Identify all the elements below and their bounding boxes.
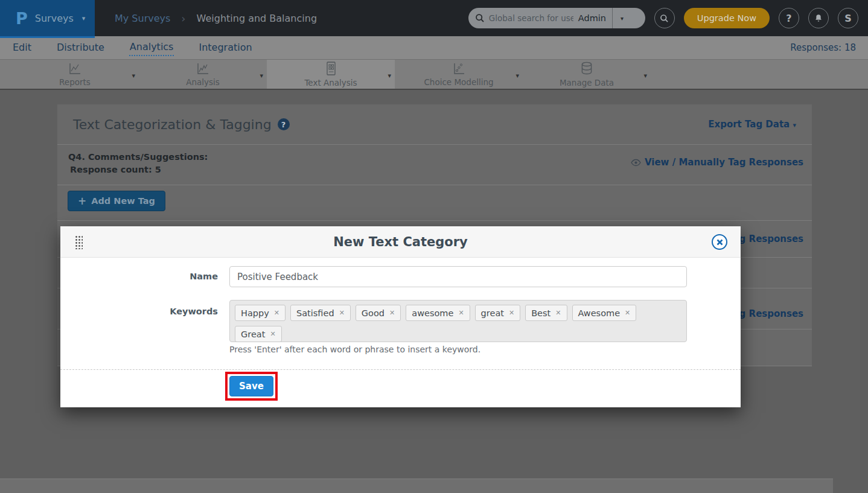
tab-distribute[interactable]: Distribute: [56, 40, 105, 56]
eye-icon: [631, 159, 641, 167]
remove-keyword-icon[interactable]: ✕: [555, 309, 561, 317]
toolbar-item-analysis[interactable]: Analysis ▾: [139, 60, 267, 89]
keyword-chip: Awesome✕: [572, 305, 637, 321]
annotation-highlight: Save: [225, 372, 278, 401]
keyword-label: great: [481, 308, 504, 318]
breadcrumb-current: Weighting and Balancing: [197, 13, 317, 24]
save-button[interactable]: Save: [229, 376, 273, 396]
keyword-label: Happy: [241, 308, 269, 318]
upgrade-now-button[interactable]: Upgrade Now: [684, 8, 770, 28]
toolbar-item-reports[interactable]: Reports ▾: [11, 60, 139, 89]
toolbar-item-choice-modelling[interactable]: Choice Modelling ▾: [395, 60, 523, 89]
add-new-tag-button[interactable]: + Add New Tag: [68, 191, 165, 211]
drag-handle-icon[interactable]: [75, 235, 83, 249]
help-icon[interactable]: ?: [278, 118, 290, 130]
close-button[interactable]: [712, 234, 727, 250]
view-manually-tag-label: View / Manually Tag Responses: [645, 157, 803, 168]
name-row: Name: [60, 266, 687, 287]
keywords-helper-text: Press 'Enter' after each word or phrase …: [229, 345, 480, 354]
scatter-chart-icon: [451, 62, 467, 76]
tab-integration[interactable]: Integration: [198, 40, 252, 56]
keyword-chip: Satisfied✕: [290, 305, 351, 321]
plus-icon: +: [78, 195, 86, 207]
keyword-label: Awesome: [578, 308, 621, 318]
global-search-input[interactable]: [489, 13, 573, 23]
search-scope-caret-icon[interactable]: ▾: [613, 15, 631, 22]
notifications-button[interactable]: [808, 8, 829, 28]
close-icon: [716, 239, 723, 246]
chevron-down-icon: ▾: [793, 121, 796, 129]
search-scope-label[interactable]: Admin: [578, 13, 606, 23]
toolbar-item-text-analysis[interactable]: Text Analysis ▾: [267, 60, 395, 89]
toolbar-item-manage-data[interactable]: Manage Data ▾: [523, 60, 651, 89]
keyword-label: awesome: [412, 308, 453, 318]
chevron-down-icon[interactable]: ▾: [132, 72, 135, 80]
keyword-chip: great✕: [475, 305, 521, 321]
analytics-toolbar: Reports ▾ Analysis ▾ Text Analysis ▾ Cho…: [0, 59, 868, 90]
footer-corner: [833, 479, 868, 493]
view-manually-tag-link[interactable]: View / Manually Tag Responses: [631, 157, 803, 168]
chevron-down-icon[interactable]: ▾: [515, 72, 519, 80]
question-icon: ?: [786, 13, 791, 24]
survey-nav: Edit Distribute Analytics Integration Re…: [0, 36, 868, 59]
keywords-input[interactable]: Happy✕ Satisfied✕ Good✕ awesome✕ great✕ …: [229, 300, 687, 342]
keyword-chip: Good✕: [356, 305, 401, 321]
chevron-down-icon: ▾: [82, 14, 86, 22]
chevron-down-icon[interactable]: ▾: [643, 72, 647, 80]
avatar[interactable]: S: [838, 8, 858, 28]
modal-title: New Text Category: [333, 235, 468, 249]
line-chart-icon: [195, 62, 211, 76]
toolbar-item-label: Reports: [59, 77, 91, 87]
category-name-input[interactable]: [229, 266, 687, 287]
keyword-label: Good: [362, 308, 385, 318]
remove-keyword-icon[interactable]: ✕: [274, 309, 279, 317]
remove-keyword-icon[interactable]: ✕: [389, 309, 395, 317]
search-button[interactable]: [654, 8, 675, 28]
surveys-menu-label: Surveys: [35, 13, 74, 24]
remove-keyword-icon[interactable]: ✕: [509, 309, 514, 317]
keywords-row: Keywords Happy✕ Satisfied✕ Good✕ awesome…: [60, 300, 687, 342]
add-tag-row: + Add New Tag: [57, 185, 812, 221]
toolbar-item-label: Analysis: [186, 77, 220, 87]
export-tag-data-button[interactable]: Export Tag Data ▾: [708, 119, 796, 130]
export-tag-data-label: Export Tag Data: [708, 119, 790, 130]
keyword-chip: Best✕: [525, 305, 567, 321]
keyword-label: Great: [241, 329, 265, 339]
chevron-down-icon[interactable]: ▾: [260, 72, 263, 80]
surveys-menu[interactable]: P Surveys ▾: [0, 0, 95, 36]
topbar-actions: Admin ▾ Upgrade Now ? S: [468, 8, 868, 28]
line-chart-icon: [67, 62, 83, 76]
database-icon: [579, 61, 595, 77]
page-title: Text Categorization & Tagging: [73, 117, 272, 132]
document-grid-icon: [324, 61, 338, 77]
keyword-chip: Great✕: [235, 326, 282, 342]
remove-keyword-icon[interactable]: ✕: [458, 309, 464, 317]
breadcrumb-separator-icon: ›: [181, 12, 185, 25]
keyword-label: Best: [531, 308, 550, 318]
new-text-category-modal: New Text Category Name Keywords Happy✕ S…: [60, 226, 741, 407]
search-icon: [475, 13, 485, 23]
breadcrumb-my-surveys[interactable]: My Surveys: [115, 13, 170, 24]
modal-divider: [60, 369, 741, 370]
add-new-tag-label: Add New Tag: [91, 196, 155, 206]
chevron-down-icon[interactable]: ▾: [388, 72, 391, 80]
card-header: Text Categorization & Tagging ? Export T…: [57, 104, 812, 145]
help-button[interactable]: ?: [779, 8, 799, 28]
responses-count: Responses: 18: [790, 42, 856, 53]
keyword-chip: Happy✕: [235, 305, 286, 321]
tab-edit[interactable]: Edit: [12, 40, 32, 56]
remove-keyword-icon[interactable]: ✕: [270, 330, 275, 338]
toolbar-item-label: Manage Data: [560, 78, 614, 87]
page-footer: [0, 479, 868, 493]
remove-keyword-icon[interactable]: ✕: [625, 309, 630, 317]
tab-analytics[interactable]: Analytics: [129, 40, 174, 56]
search-icon: [660, 14, 669, 23]
avatar-initial: S: [844, 13, 852, 24]
bell-icon: [814, 13, 823, 23]
remove-keyword-icon[interactable]: ✕: [339, 309, 345, 317]
question-row: Q4. Comments/Suggestions: Response count…: [57, 145, 812, 185]
global-search: Admin ▾: [468, 8, 645, 28]
toolbar-item-label: Text Analysis: [304, 78, 357, 87]
product-logo: P: [16, 9, 28, 28]
breadcrumb: My Surveys › Weighting and Balancing: [115, 12, 317, 25]
